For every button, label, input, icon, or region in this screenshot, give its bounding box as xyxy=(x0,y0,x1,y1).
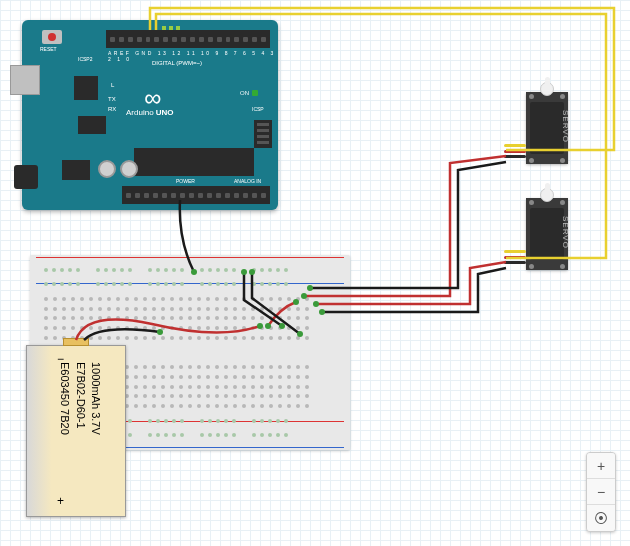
servo-label: SERVO xyxy=(561,110,570,143)
power-label: POWER xyxy=(176,178,195,184)
zoom-fit-button[interactable]: ⦿ xyxy=(587,505,615,531)
battery-text: E603450 7B20 E7B02-D60-1 1000mAh 3.7V xyxy=(57,362,103,435)
servo-motor-2[interactable]: SERVO xyxy=(526,198,568,270)
rx-label: RX xyxy=(108,106,116,112)
icsp-header[interactable] xyxy=(254,120,272,148)
usb-port xyxy=(10,65,40,95)
l-label: L xyxy=(111,82,114,88)
icsp2-label: ICSP xyxy=(252,106,264,112)
reset-label: RESET xyxy=(40,46,57,52)
battery-tab xyxy=(63,338,89,346)
servo-label: SERVO xyxy=(561,216,570,249)
servo-motor-1[interactable]: SERVO xyxy=(526,92,568,164)
zoom-controls: + − ⦿ xyxy=(586,452,616,532)
arduino-board[interactable]: RESET ICSP2 AREF GND 13 12 11 10 9 8 7 6… xyxy=(22,20,278,210)
atmega16u2 xyxy=(74,76,98,100)
reset-button[interactable] xyxy=(42,30,62,44)
crystal xyxy=(78,116,106,134)
on-led xyxy=(252,90,258,96)
voltage-regulator xyxy=(62,160,90,180)
power-rail-top-neg[interactable] xyxy=(38,273,342,295)
digital-label: DIGITAL (PWM=~) xyxy=(152,60,202,66)
analog-label: ANALOG IN xyxy=(234,178,261,184)
capacitor xyxy=(120,160,138,178)
servo-horn xyxy=(540,188,554,202)
atmega328 xyxy=(134,148,254,176)
arduino-logo: ∞ Arduino UNO xyxy=(126,88,174,117)
zoom-in-button[interactable]: + xyxy=(587,453,615,479)
servo-leads xyxy=(504,144,526,158)
battery-plus: + xyxy=(57,494,64,508)
capacitor xyxy=(98,160,116,178)
tx-label: TX xyxy=(108,96,116,102)
icsp-label: ICSP2 xyxy=(78,56,92,62)
diagram-canvas: RESET ICSP2 AREF GND 13 12 11 10 9 8 7 6… xyxy=(0,0,630,546)
power-jack xyxy=(14,165,38,189)
servo-horn xyxy=(540,82,554,96)
power-analog-header[interactable] xyxy=(122,186,270,204)
lipo-battery[interactable]: − E603450 7B20 E7B02-D60-1 1000mAh 3.7V … xyxy=(26,345,126,517)
digital-header[interactable] xyxy=(106,30,270,48)
servo-leads xyxy=(504,250,526,264)
zoom-out-button[interactable]: − xyxy=(587,479,615,505)
on-label: ON xyxy=(240,90,249,96)
